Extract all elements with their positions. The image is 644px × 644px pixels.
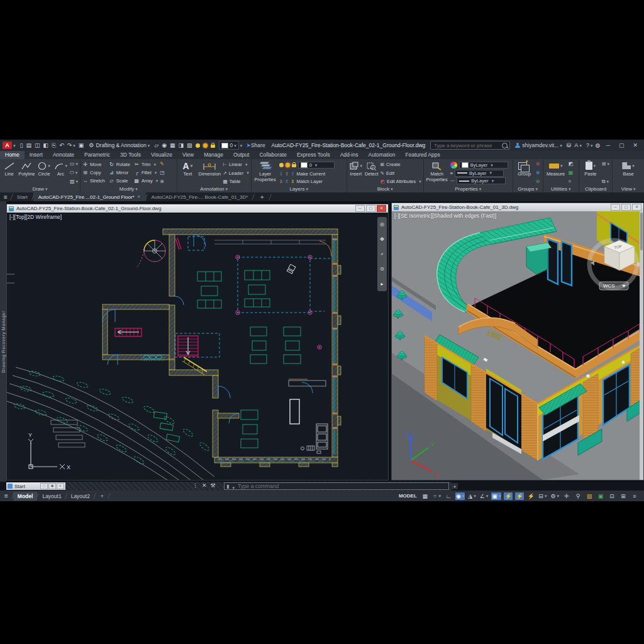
ribbon-tab-addins[interactable]: Add-ins [335, 151, 364, 159]
ribbon-tab-insert[interactable]: Insert [25, 151, 48, 159]
app-store-icon[interactable]: ⛁ [567, 142, 572, 148]
ribbon-tab-expresstools[interactable]: Express Tools [292, 151, 335, 159]
share-label[interactable]: Share [251, 142, 265, 148]
close-doc-button[interactable]: ✕ [632, 204, 641, 211]
ribbon-tab-featuredapps[interactable]: Featured Apps [400, 151, 445, 159]
quick-select-icon[interactable]: ◩ [569, 162, 574, 167]
offset-icon[interactable]: ≋ [160, 179, 165, 184]
match-layer-button[interactable]: ⇫ ⇬ ⇭ Match Layer [279, 179, 345, 184]
scrollbar-3d[interactable] [640, 211, 643, 480]
mirror-button[interactable]: ⊿Mirror [109, 170, 130, 175]
hatch-tool-icon[interactable]: ▨ [70, 179, 78, 184]
palette-customize-icon[interactable]: ⚒ [211, 482, 216, 489]
id-point-icon[interactable]: ⌗ [569, 179, 574, 184]
line-button[interactable]: Line [2, 160, 16, 186]
ellipse-tool-icon[interactable]: ⬭ [70, 170, 78, 175]
isodraft-icon[interactable]: ◮ [467, 492, 476, 500]
minimize-doc-button[interactable]: ─ [355, 205, 365, 212]
close-tab-icon[interactable]: ✕ [137, 194, 141, 199]
file-tab-ground-floor[interactable]: AutoCAD-FY25_Fire ...02-1_Ground Floor* … [33, 192, 146, 201]
wcs-label[interactable]: WCS [603, 283, 615, 289]
viewport-3d[interactable]: [-][SE Isometric][Shaded with edges (Fas… [392, 211, 643, 480]
base-button[interactable]: Base [619, 160, 638, 186]
circle-button[interactable]: Circle [36, 160, 51, 186]
paste-button[interactable]: Paste [581, 160, 600, 186]
layer-thaw-sun-icon[interactable] [203, 143, 208, 148]
eye-icon[interactable]: ◉ [162, 142, 167, 148]
new-tab-icon[interactable]: ＋ [258, 192, 265, 201]
qat-customize-icon[interactable] [239, 142, 243, 148]
save-icon[interactable]: ◫ [35, 142, 40, 148]
annotation-monitor-icon[interactable]: ✛ [562, 492, 571, 500]
save-as-icon[interactable]: ◧ [43, 142, 49, 148]
match-properties-button[interactable]: Match Properties [426, 160, 448, 186]
pan-icon[interactable]: ✥ [380, 236, 384, 242]
move-button[interactable]: ✢Move [82, 162, 105, 167]
ribbon-tab-home[interactable]: Home [0, 151, 25, 159]
create-block-button[interactable]: ⊞Create [380, 162, 421, 167]
erase-icon[interactable]: ✎ [160, 162, 165, 167]
layers-mini-icon[interactable]: ▨ [187, 142, 192, 148]
grid-toggle-icon[interactable]: ▦ [421, 492, 430, 500]
layout1-tab[interactable]: Layout1 [38, 492, 65, 501]
window-icon[interactable]: ◨ [179, 142, 184, 148]
workspace-gear-icon[interactable]: ⚙ [550, 492, 560, 500]
make-current-button[interactable]: ⇩ ⇧ ⇪ Make Current [279, 171, 345, 177]
qat-layer-dropdown[interactable]: 0 [219, 141, 239, 150]
minimized-start-window[interactable]: Start ▢ ▣ ≡ [6, 482, 65, 490]
edit-attributes-button[interactable]: ◩Edit Attributes [380, 179, 421, 184]
autodesk-account-icon[interactable]: A [574, 142, 582, 148]
ungroup-icon[interactable]: ⊗ [536, 162, 540, 167]
insert-button[interactable]: Insert [349, 160, 363, 186]
zoom-icon[interactable]: ⌕ [380, 251, 383, 257]
scale-button[interactable]: ▱Scale [109, 178, 130, 184]
annotation-visibility-icon[interactable]: ⚡ [504, 492, 513, 500]
group-select-icon[interactable]: ⊘ [536, 179, 540, 184]
sun-icon[interactable] [286, 163, 290, 167]
layer-lock-icon[interactable] [211, 145, 215, 148]
lock-icon[interactable] [292, 164, 296, 167]
plot-icon[interactable]: ⎘ [52, 142, 56, 149]
explode-icon[interactable]: ◳ [160, 170, 165, 175]
bulb-icon[interactable] [279, 163, 284, 167]
color-dropdown[interactable]: ByLayer [459, 162, 508, 169]
panel-label-annotation[interactable]: Annotation [177, 186, 251, 192]
text-button[interactable]: A Text [179, 160, 196, 186]
viewport-2d[interactable]: [-][Top][2D Wireframe] ◎ ✥ ⌕ ⊙ ▸ [7, 213, 388, 480]
leader-button[interactable]: ↗Leader [223, 170, 249, 176]
rectangle-tool-icon[interactable]: ▭ [70, 162, 78, 167]
palette-grip-icon[interactable]: ⋮ [192, 482, 198, 489]
copy-clip-icon[interactable]: ⊞ [602, 162, 609, 167]
ortho-toggle-icon[interactable]: ∟ [444, 492, 453, 500]
maximize-mini-button[interactable]: ▣ [48, 483, 56, 489]
menu-mini-button[interactable]: ≡ [57, 483, 64, 489]
copy-button[interactable]: ⊞Copy [82, 170, 105, 175]
linear-button[interactable]: ⊢Linear [223, 162, 249, 167]
customization-icon[interactable]: ≡ [630, 492, 639, 500]
minimize-button[interactable]: ─ [606, 142, 610, 148]
minimize-doc-button[interactable]: ─ [611, 204, 620, 211]
close-doc-button[interactable]: ✕ [377, 205, 386, 212]
clean-screen-icon[interactable]: ⊞ [619, 492, 628, 500]
close-button[interactable]: ✕ [633, 142, 638, 148]
quick-calc-icon[interactable]: ▦ [569, 170, 574, 175]
ribbon-tab-annotate[interactable]: Annotate [48, 151, 79, 159]
redo-icon[interactable]: ↷ [67, 142, 75, 148]
layer-on-bulb-icon[interactable] [196, 143, 200, 148]
snap-toggle-icon[interactable]: ⁘ [432, 492, 441, 500]
model-3d-canvas[interactable]: 1982 [392, 211, 641, 480]
measure-button[interactable]: Measure [545, 160, 567, 186]
layer-dropdown[interactable]: 0 [298, 162, 335, 169]
command-input-box[interactable]: ▮ [224, 482, 449, 490]
panel-label-view[interactable]: View [613, 186, 644, 192]
dimension-button[interactable]: Dimension [198, 160, 221, 186]
help-icon[interactable]: ? [586, 142, 593, 148]
ribbon-tab-collaborate[interactable]: Collaborate [254, 151, 291, 159]
user-avatar-icon[interactable] [515, 143, 520, 148]
logo-dropdown-icon[interactable] [12, 142, 16, 148]
annotation-scale-person-icon[interactable]: ⚡ [526, 492, 535, 500]
layer-properties-button[interactable]: Layer Properties [253, 160, 277, 186]
new-file-icon[interactable]: ▯ [20, 142, 23, 148]
edit-block-button[interactable]: ✎Edit [380, 170, 421, 176]
panel-label-groups[interactable]: Groups [513, 186, 543, 192]
